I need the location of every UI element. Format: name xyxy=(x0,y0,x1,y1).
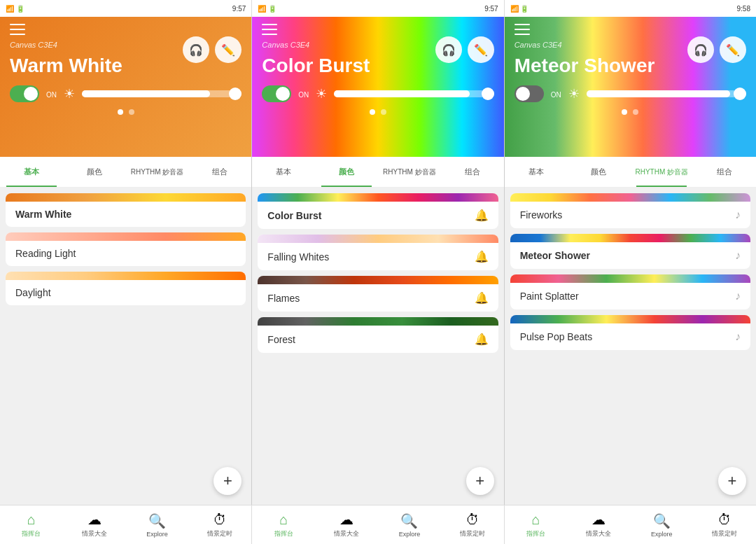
nav-home-3[interactable]: ⌂ 指挥台 xyxy=(505,505,568,544)
bottom-nav: ⌂ 指挥台 ☁ 情景大全 🔍 Explore ⏱ 情景定时 ⌂ 指挥台 ☁ 情景… xyxy=(0,505,756,544)
status-bar-3: 📶 🔋 9:58 xyxy=(505,0,756,17)
item-content-pp: Pulse Pop Beats ♪ xyxy=(510,323,750,350)
hamburger-icon-1[interactable] xyxy=(10,24,25,35)
headset-icon[interactable]: 🎧 xyxy=(183,36,209,63)
pulse-pop-bar xyxy=(510,315,750,323)
nav-timer-3[interactable]: ⏱ 情景定时 xyxy=(693,505,756,544)
list-area-2: Color Burst 🔔 Falling Whites 🔔 Flames 🔔 xyxy=(252,188,503,505)
tab-combo-2[interactable]: 组合 xyxy=(441,157,504,187)
list-item-falling-whites[interactable]: Falling Whites 🔔 xyxy=(258,235,498,270)
tab-rhythm-2[interactable]: RHYTHM 妙音器 xyxy=(378,157,441,187)
nav-label-scenes-3: 情景大全 xyxy=(586,529,611,538)
list-item-flames[interactable]: Flames 🔔 xyxy=(258,276,498,312)
list-item-meteor-shower[interactable]: Meteor Shower ♪ xyxy=(510,234,750,269)
list-item-fireworks[interactable]: Fireworks ♪ xyxy=(510,193,750,228)
signal-icons: 📶 🔋 xyxy=(6,5,24,13)
time-3: 9:58 xyxy=(737,5,750,13)
item-name-meteor-shower: Meteor Shower xyxy=(520,250,590,261)
hamburger-icon-2[interactable] xyxy=(262,24,277,35)
bottom-nav-panel-3: ⌂ 指挥台 ☁ 情景大全 🔍 Explore ⏱ 情景定时 xyxy=(505,505,756,544)
nav-home-2[interactable]: ⌂ 指挥台 xyxy=(252,505,315,544)
nav-explore-2[interactable]: 🔍 Explore xyxy=(378,505,441,544)
toggle-switch-3[interactable] xyxy=(514,85,544,102)
nav-timer-1[interactable]: ⏱ 情景定时 xyxy=(188,505,251,544)
tab-basic-2[interactable]: 基本 xyxy=(252,157,315,187)
edit-icon-3[interactable]: ✏️ xyxy=(720,36,746,63)
nav-home-1[interactable]: ⌂ 指挥台 xyxy=(0,505,63,544)
panels-wrapper: Canvas C3E4 🎧 ✏️ Warm White ON ☀ xyxy=(0,17,756,505)
nav-scenes-2[interactable]: ☁ 情景大全 xyxy=(315,505,378,544)
nav-label-timer-1: 情景定时 xyxy=(207,529,232,538)
nav-label-scenes-2: 情景大全 xyxy=(334,529,359,538)
tab-rhythm-1[interactable]: RHYTHM 妙音器 xyxy=(126,157,189,187)
item-name-forest: Forest xyxy=(267,334,295,345)
sun-icon-1: ☀ xyxy=(64,86,75,102)
tab-combo-1[interactable]: 组合 xyxy=(188,157,251,187)
list-item-forest[interactable]: Forest 🔔 xyxy=(258,317,498,353)
tab-rhythm-3[interactable]: RHYTHM 妙音器 xyxy=(630,157,693,187)
nav-scenes-1[interactable]: ☁ 情景大全 xyxy=(63,505,126,544)
tabs-row-3: 基本 颜色 RHYTHM 妙音器 组合 xyxy=(505,157,756,188)
list-item-color-burst[interactable]: Color Burst 🔔 xyxy=(258,193,498,229)
phone-header-1: Canvas C3E4 🎧 ✏️ Warm White ON ☀ xyxy=(0,17,251,157)
nav-label-scenes-1: 情景大全 xyxy=(82,529,107,538)
brightness-slider-2[interactable] xyxy=(334,90,493,97)
fireworks-bar xyxy=(510,193,750,202)
add-button-3[interactable]: + xyxy=(718,467,746,495)
tab-color-2[interactable]: 颜色 xyxy=(315,157,378,187)
nav-explore-3[interactable]: 🔍 Explore xyxy=(630,505,693,544)
dot-2 xyxy=(381,109,386,115)
tab-color-1[interactable]: 颜色 xyxy=(63,157,126,187)
nav-label-timer-2: 情景定时 xyxy=(460,529,485,538)
item-content-1: Warm White xyxy=(6,202,246,227)
list-item-warm-white[interactable]: Warm White xyxy=(6,193,246,227)
list-area-3: Fireworks ♪ Meteor Shower ♪ Paint Splatt… xyxy=(505,188,756,505)
brightness-slider-1[interactable] xyxy=(82,90,241,97)
bottom-nav-panel-1: ⌂ 指挥台 ☁ 情景大全 🔍 Explore ⏱ 情景定时 xyxy=(0,505,252,544)
brightness-slider-3[interactable] xyxy=(587,90,746,97)
nav-label-explore-3: Explore xyxy=(651,531,673,538)
time-2: 9:57 xyxy=(484,5,498,13)
bottom-nav-panel-2: ⌂ 指挥台 ☁ 情景大全 🔍 Explore ⏱ 情景定时 xyxy=(252,505,504,544)
nav-label-home-3: 指挥台 xyxy=(526,529,545,538)
warm-white-bar xyxy=(6,193,246,202)
list-item-reading-light[interactable]: Reading Light xyxy=(6,232,246,266)
reading-light-bar xyxy=(6,232,246,241)
nav-timer-2[interactable]: ⏱ 情景定时 xyxy=(441,505,504,544)
nav-label-home-2: 指挥台 xyxy=(274,529,293,538)
tab-basic-3[interactable]: 基本 xyxy=(505,157,568,187)
home-icon-1: ⌂ xyxy=(27,512,36,528)
item-content-ms: Meteor Shower ♪ xyxy=(510,242,750,269)
headset-icon-2[interactable]: 🎧 xyxy=(435,36,462,63)
add-button-1[interactable]: + xyxy=(214,467,241,495)
tab-basic-1[interactable]: 基本 xyxy=(0,157,63,187)
edit-icon[interactable]: ✏️ xyxy=(215,36,241,63)
item-content-2: Reading Light xyxy=(6,241,246,266)
item-name-pulse-pop: Pulse Pop Beats xyxy=(520,331,593,342)
scenes-icon-3: ☁ xyxy=(592,511,606,528)
toggle-switch-2[interactable] xyxy=(262,85,291,102)
item-name-warm-white: Warm White xyxy=(15,209,71,220)
add-button-2[interactable]: + xyxy=(466,467,494,495)
item-content-fo: Forest 🔔 xyxy=(258,326,498,353)
list-item-paint-splatter[interactable]: Paint Splatter ♪ xyxy=(510,274,750,309)
music-icon-fo: 🔔 xyxy=(475,333,489,346)
falling-whites-bar xyxy=(258,235,498,243)
timer-icon-1: ⏱ xyxy=(213,512,227,528)
list-item-pulse-pop[interactable]: Pulse Pop Beats ♪ xyxy=(510,315,750,350)
toggle-switch-1[interactable] xyxy=(10,85,39,102)
music-icon-ps: ♪ xyxy=(735,290,741,302)
dots-row-1 xyxy=(10,109,241,115)
scenes-icon-2: ☁ xyxy=(340,511,354,528)
hamburger-icon-3[interactable] xyxy=(514,24,530,35)
dot-1 xyxy=(129,109,134,115)
headset-icon-3[interactable]: 🎧 xyxy=(687,36,714,63)
nav-explore-1[interactable]: 🔍 Explore xyxy=(126,505,189,544)
tab-combo-3[interactable]: 组合 xyxy=(693,157,756,187)
tab-color-3[interactable]: 颜色 xyxy=(567,157,630,187)
scene-icons-1: 🎧 ✏️ xyxy=(183,36,241,63)
nav-scenes-3[interactable]: ☁ 情景大全 xyxy=(567,505,630,544)
edit-icon-2[interactable]: ✏️ xyxy=(468,36,494,63)
list-item-daylight[interactable]: Daylight xyxy=(6,272,246,305)
nav-label-home-1: 指挥台 xyxy=(22,529,41,538)
